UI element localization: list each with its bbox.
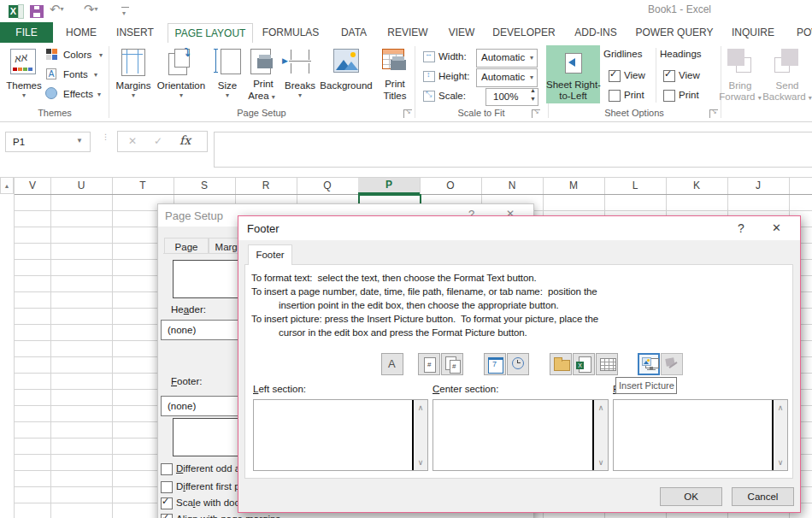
ribbon-tab-insert[interactable]: INSERT xyxy=(116,23,154,43)
scroll-up-icon[interactable]: ∧ xyxy=(414,403,427,412)
center-section-scrollbar[interactable]: ∧∨ xyxy=(592,400,608,470)
column-header-N[interactable]: N xyxy=(481,178,543,194)
insert-function-icon[interactable]: fx xyxy=(179,133,191,147)
headings-print-checkbox[interactable] xyxy=(663,90,675,102)
formula-input[interactable] xyxy=(214,132,812,168)
save-icon[interactable] xyxy=(30,5,44,18)
size-button[interactable]: Size ▾ xyxy=(210,46,244,106)
number-of-pages-button[interactable]: # xyxy=(441,353,463,375)
orientation-button[interactable]: ⤵ Orientation ▾ xyxy=(156,46,207,106)
scroll-down-icon[interactable]: ∨ xyxy=(774,458,787,467)
page-setup-tab-page[interactable]: Page xyxy=(164,238,209,254)
name-box[interactable]: P1 ▼ xyxy=(5,132,91,152)
height-dropdown[interactable]: Automatic ▾ xyxy=(476,68,538,87)
print-titles-button[interactable]: Print Titles xyxy=(376,46,414,106)
scale-spinner[interactable]: 100% ▲ ▼ xyxy=(485,88,538,106)
page-number-button[interactable]: # xyxy=(418,353,440,375)
ok-button[interactable]: OK xyxy=(660,487,722,506)
column-header-S[interactable]: S xyxy=(174,178,235,194)
print-area-button[interactable]: Print Area ▾ xyxy=(246,46,280,106)
ribbon-tab-page-layout[interactable]: PAGE LAYOUT xyxy=(168,23,253,44)
page-setup-checkbox-1[interactable] xyxy=(161,481,173,493)
excel-logo-icon[interactable]: X xyxy=(9,4,24,19)
column-header-K[interactable]: K xyxy=(666,178,727,194)
center-section-textbox[interactable]: ∧∨ xyxy=(432,399,609,471)
sheet-right-to-left-button[interactable]: Sheet Right- to-Left xyxy=(546,45,600,103)
page-setup-checkbox-0[interactable] xyxy=(161,463,173,475)
ribbon-tab-formulas[interactable]: FORMULAS xyxy=(262,23,320,43)
ribbon-tab-powerpivot[interactable]: POWERPIVOT xyxy=(797,23,812,43)
insert-picture-button[interactable] xyxy=(638,353,660,375)
sheet-name-button[interactable] xyxy=(596,353,618,375)
ribbon-tab-developer[interactable]: DEVELOPER xyxy=(492,23,555,43)
column-header-M[interactable]: M xyxy=(543,178,604,194)
ribbon-tab-view[interactable]: VIEW xyxy=(449,23,475,43)
ribbon-tab-add-ins[interactable]: ADD-INS xyxy=(574,23,616,43)
background-button[interactable]: Background xyxy=(320,46,373,106)
column-header-J[interactable]: J xyxy=(727,178,789,194)
column-header-L[interactable]: L xyxy=(604,178,666,194)
theme-effects-button[interactable]: Effects ▾ xyxy=(44,87,106,103)
time-button[interactable] xyxy=(507,353,529,375)
scroll-up-icon[interactable]: ∧ xyxy=(774,403,787,412)
themes-button[interactable]: אא Themes ▾ xyxy=(4,46,44,106)
scroll-up-icon[interactable]: ∧ xyxy=(594,403,608,412)
file-name-button[interactable]: X xyxy=(573,353,595,375)
scroll-down-icon[interactable]: ∨ xyxy=(414,458,427,467)
column-header-R[interactable]: R xyxy=(235,178,297,194)
page-setup-checkbox-2[interactable]: ✓ xyxy=(161,497,173,509)
name-box-splitter[interactable]: ⋮ xyxy=(102,135,105,149)
width-dropdown[interactable]: Automatic ▾ xyxy=(476,49,538,68)
name-box-dropdown-icon[interactable]: ▼ xyxy=(76,137,83,144)
left-section-textbox[interactable]: ∧∨ xyxy=(253,399,428,471)
page-setup-dialog-launcher[interactable] xyxy=(403,109,412,118)
theme-fonts-button[interactable]: A Fonts ▾ xyxy=(44,68,104,83)
themes-group-label: Themes xyxy=(17,108,92,118)
theme-colors-button[interactable]: Colors ▾ xyxy=(44,48,104,63)
sheet-options-dialog-launcher[interactable] xyxy=(709,109,718,118)
undo-icon[interactable]: ↶▾ xyxy=(50,2,64,17)
bring-forward-button[interactable]: Bring Forward ▾ xyxy=(722,46,758,106)
ribbon-tab-inquire[interactable]: INQUIRE xyxy=(732,23,774,43)
ribbon-tab-file[interactable]: FILE xyxy=(0,22,53,43)
right-section-textbox[interactable]: ∧∨ xyxy=(613,399,788,471)
footer-instruction-line-0: To format text: select the text, then ch… xyxy=(251,271,781,285)
footer-tab[interactable]: Footer xyxy=(248,244,292,265)
ribbon-tab-power-query[interactable]: POWER QUERY xyxy=(635,23,713,43)
left-section-scrollbar[interactable]: ∧∨ xyxy=(412,400,427,470)
ribbon-tab-review[interactable]: REVIEW xyxy=(387,23,427,43)
headings-view-checkbox[interactable]: ✓ xyxy=(663,70,675,82)
gridlines-print-checkbox[interactable] xyxy=(609,90,621,102)
cancel-button[interactable]: Cancel xyxy=(732,487,794,506)
right-section-scrollbar[interactable]: ∧∨ xyxy=(772,400,787,470)
ribbon-tab-home[interactable]: HOME xyxy=(66,23,97,43)
column-header-O[interactable]: O xyxy=(420,178,481,194)
vertical-scrollbar[interactable] xyxy=(0,177,15,518)
column-header-T[interactable]: T xyxy=(112,178,174,194)
column-header-Q[interactable]: Q xyxy=(297,178,358,194)
page-setup-checkbox-3[interactable]: ✓ xyxy=(161,514,173,518)
footer-dialog-title-bar[interactable]: Footer ? ✕ xyxy=(238,216,800,240)
format-text-button[interactable]: A xyxy=(381,353,403,375)
breaks-button[interactable]: ▶ Breaks ▾ xyxy=(282,46,318,106)
scale-to-fit-dialog-launcher[interactable] xyxy=(532,109,540,118)
column-header-U[interactable]: U xyxy=(50,178,112,194)
scroll-down-icon[interactable]: ∨ xyxy=(594,458,608,467)
page-setup-checkbox-label-3: Align with page margins xyxy=(176,514,280,518)
customize-qat-icon[interactable]: ▾ xyxy=(121,5,130,15)
column-header-P[interactable]: P xyxy=(358,178,420,194)
margins-button[interactable]: Margins ▾ xyxy=(114,46,153,106)
date-button[interactable]: 7 xyxy=(484,353,506,375)
footer-dialog-close-icon[interactable]: ✕ xyxy=(772,221,781,234)
gridlines-view-checkbox[interactable]: ✓ xyxy=(609,70,621,82)
ribbon-tab-data[interactable]: DATA xyxy=(341,23,367,43)
redo-icon[interactable]: ↷▾ xyxy=(84,2,98,17)
cancel-formula-icon[interactable]: ✕ xyxy=(128,135,137,147)
size-icon xyxy=(221,49,241,74)
footer-dialog-help-icon[interactable]: ? xyxy=(738,221,744,235)
theme-colors-icon xyxy=(46,49,57,60)
enter-formula-icon[interactable]: ✓ xyxy=(154,135,162,147)
format-picture-button[interactable] xyxy=(661,353,683,375)
file-path-button[interactable] xyxy=(550,353,572,375)
send-backward-button[interactable]: Send Backward ▾ xyxy=(768,46,807,106)
